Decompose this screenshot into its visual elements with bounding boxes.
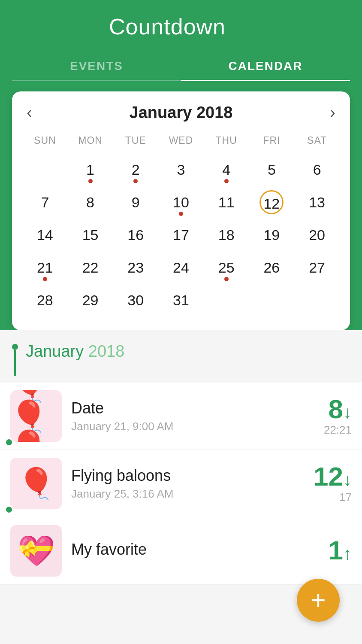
event-info: Date January 21, 9:00 AM <box>71 399 319 433</box>
calendar-day[interactable]: 26 <box>249 251 295 284</box>
calendar-day[interactable]: 20 <box>294 219 340 251</box>
calendar-day[interactable]: 24 <box>158 251 204 284</box>
calendar-week-row: 78910111213 <box>22 186 340 219</box>
calendar-header: ‹ January 2018 › <box>22 103 340 122</box>
calendar-week-row: 14151617181920 <box>22 219 340 251</box>
calendar-day[interactable]: 28 <box>22 284 68 316</box>
event-countdown: 8↓ 22:21 <box>324 396 352 437</box>
calendar-month-title: January 2018 <box>130 103 233 122</box>
events-section: January 2018 🎈🎈🎈 Date January 21, 9:00 A… <box>0 330 362 619</box>
calendar-week-row: 21222324252627 <box>22 251 340 284</box>
event-thumbnail: 🎈 <box>10 458 62 509</box>
calendar-day[interactable]: 16 <box>113 219 158 251</box>
event-indicator-dot <box>6 507 12 513</box>
countdown-time: 22:21 <box>324 423 352 437</box>
calendar-week-row: 123456 <box>22 153 340 186</box>
next-month-button[interactable]: › <box>326 103 340 122</box>
calendar-day[interactable]: 17 <box>158 219 204 251</box>
weekday-header-row: SUN MON TUE WED THU FRI SAT <box>22 132 340 153</box>
month-label-row: January 2018 <box>0 330 362 383</box>
event-item[interactable]: 💝 My favorite 1↑ <box>0 517 362 585</box>
calendar-day[interactable]: 11 <box>204 186 249 219</box>
event-date: January 21, 9:00 AM <box>71 420 319 433</box>
event-countdown: 1↑ <box>329 537 352 565</box>
event-countdown: 12↓ 17 <box>314 463 352 504</box>
header-top: Countdown <box>12 14 350 52</box>
calendar-day[interactable]: 7 <box>22 186 68 219</box>
calendar-day[interactable]: 14 <box>22 219 68 251</box>
add-icon: + <box>311 587 326 613</box>
event-item[interactable]: 🎈🎈🎈 Date January 21, 9:00 AM 8↓ 22:21 <box>0 383 362 450</box>
calendar-day[interactable]: 25 <box>204 251 249 284</box>
calendar-day[interactable]: 3 <box>158 153 204 186</box>
countdown-number: 8↓ <box>324 396 352 422</box>
countdown-number: 1↑ <box>329 537 352 564</box>
event-indicator-dot <box>6 439 12 445</box>
calendar-day[interactable]: 30 <box>113 284 158 316</box>
calendar-day <box>249 284 295 316</box>
calendar-body: 1234567891011121314151617181920212223242… <box>22 153 340 316</box>
calendar-day[interactable]: 19 <box>249 219 295 251</box>
event-date: January 25, 3:16 AM <box>71 487 308 501</box>
calendar-section: ‹ January 2018 › SUN MON TUE WED THU FRI… <box>0 81 362 330</box>
calendar-grid: SUN MON TUE WED THU FRI SAT 123456789101… <box>22 132 340 316</box>
calendar-day[interactable]: 15 <box>68 219 113 251</box>
timeline-line <box>14 350 16 376</box>
tab-events[interactable]: EVENTS <box>12 52 181 81</box>
weekday-sat: SAT <box>294 132 340 153</box>
calendar-day[interactable]: 6 <box>294 153 340 186</box>
calendar-week-row: 28293031 <box>22 284 340 316</box>
weekday-thu: THU <box>204 132 249 153</box>
event-emoji: 🎈🎈🎈 <box>10 390 62 442</box>
add-event-button[interactable]: + <box>297 579 340 622</box>
event-info: Flying baloons January 25, 3:16 AM <box>71 467 308 501</box>
app-title: Countdown <box>109 14 226 39</box>
calendar-day <box>22 153 68 186</box>
calendar-day[interactable]: 31 <box>158 284 204 316</box>
calendar-day[interactable]: 1 <box>68 153 113 186</box>
calendar-day[interactable]: 2 <box>113 153 158 186</box>
calendar-day[interactable]: 21 <box>22 251 68 284</box>
timeline-top-dot <box>12 344 18 350</box>
calendar-day[interactable]: 12 <box>249 186 295 219</box>
calendar-day[interactable]: 8 <box>68 186 113 219</box>
calendar-card: ‹ January 2018 › SUN MON TUE WED THU FRI… <box>12 91 350 330</box>
calendar-day[interactable]: 29 <box>68 284 113 316</box>
weekday-fri: FRI <box>249 132 295 153</box>
countdown-number: 12↓ <box>314 463 352 490</box>
events-month-label: January 2018 <box>26 342 124 361</box>
countdown-time: 17 <box>314 491 352 504</box>
event-title: Flying baloons <box>71 467 308 485</box>
timeline-bar <box>12 344 18 376</box>
event-thumbnail: 💝 <box>10 525 62 577</box>
tab-bar: EVENTS CALENDAR <box>12 52 350 81</box>
event-thumbnail: 🎈🎈🎈 <box>10 390 62 442</box>
event-item[interactable]: 🎈 Flying baloons January 25, 3:16 AM 12↓… <box>0 450 362 517</box>
calendar-day[interactable]: 18 <box>204 219 249 251</box>
calendar-day[interactable]: 27 <box>294 251 340 284</box>
weekday-mon: MON <box>68 132 113 153</box>
calendar-day[interactable]: 9 <box>113 186 158 219</box>
weekday-sun: SUN <box>22 132 68 153</box>
calendar-day[interactable]: 10 <box>158 186 204 219</box>
event-title: Date <box>71 399 319 417</box>
calendar-day <box>204 284 249 316</box>
tab-calendar[interactable]: CALENDAR <box>181 52 350 81</box>
calendar-day[interactable]: 4 <box>204 153 249 186</box>
calendar-day[interactable]: 22 <box>68 251 113 284</box>
weekday-wed: WED <box>158 132 204 153</box>
calendar-day[interactable]: 23 <box>113 251 158 284</box>
calendar-day <box>294 284 340 316</box>
event-title: My favorite <box>71 541 323 559</box>
header: Countdown <box>0 0 362 81</box>
prev-month-button[interactable]: ‹ <box>22 103 36 122</box>
weekday-tue: TUE <box>113 132 158 153</box>
calendar-day[interactable]: 5 <box>249 153 295 186</box>
event-info: My favorite <box>71 541 323 561</box>
calendar-day[interactable]: 13 <box>294 186 340 219</box>
